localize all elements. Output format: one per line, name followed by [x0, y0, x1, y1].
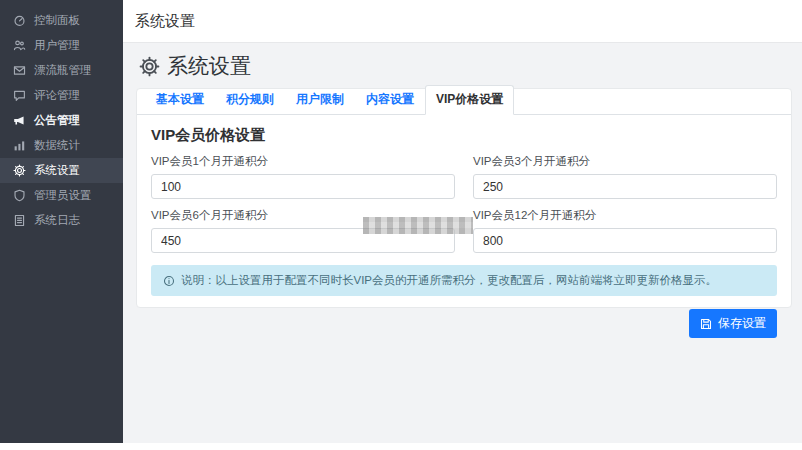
field-label: VIP会员1个月开通积分	[151, 154, 455, 169]
admin-shield-icon	[13, 189, 26, 202]
vip-12-month-input[interactable]	[473, 228, 777, 253]
sidebar-item-statistics[interactable]: 数据统计	[0, 133, 123, 158]
gear-icon	[13, 164, 26, 177]
sidebar-item-users[interactable]: 用户管理	[0, 33, 123, 58]
tab-user-limits[interactable]: 用户限制	[285, 85, 355, 115]
sidebar-item-announcements[interactable]: 公告管理	[0, 108, 123, 133]
field-vip-12-month: VIP会员12个月开通积分	[473, 208, 777, 253]
info-circle-icon	[163, 275, 175, 287]
vip-1-month-input[interactable]	[151, 174, 455, 199]
save-button-label: 保存设置	[718, 315, 766, 332]
sidebar: 控制面板 用户管理 漂流瓶管理 评论管理 公告管理 数据统计 系统设置 管理员	[0, 0, 123, 443]
tab-points-rules[interactable]: 积分规则	[215, 85, 285, 115]
vip-3-month-input[interactable]	[473, 174, 777, 199]
header-title: 系统设置	[135, 12, 195, 31]
gear-icon	[139, 56, 160, 77]
settings-card: 基本设置 积分规则 用户限制 内容设置 VIP价格设置 VIP会员价格设置 VI…	[136, 88, 792, 308]
sidebar-item-label: 系统日志	[34, 213, 80, 228]
sidebar-item-comments[interactable]: 评论管理	[0, 83, 123, 108]
dashboard-icon	[13, 14, 26, 27]
sidebar-item-label: 公告管理	[34, 113, 80, 128]
info-notice: 说明：以上设置用于配置不同时长VIP会员的开通所需积分，更改配置后，网站前端将立…	[151, 265, 777, 296]
sidebar-item-system-logs[interactable]: 系统日志	[0, 208, 123, 233]
section-title: VIP会员价格设置	[151, 126, 777, 145]
sidebar-item-label: 管理员设置	[34, 188, 92, 203]
sidebar-item-label: 控制面板	[34, 13, 80, 28]
sidebar-item-admin-settings[interactable]: 管理员设置	[0, 183, 123, 208]
bar-chart-icon	[13, 139, 26, 152]
tab-content-settings[interactable]: 内容设置	[355, 85, 425, 115]
actions-row: 保存设置	[151, 309, 777, 338]
envelope-icon	[13, 64, 26, 77]
sidebar-item-label: 用户管理	[34, 38, 80, 53]
megaphone-icon	[13, 114, 26, 127]
sidebar-item-label: 数据统计	[34, 138, 80, 153]
sidebar-item-system-settings[interactable]: 系统设置	[0, 158, 123, 183]
sidebar-item-dashboard[interactable]: 控制面板	[0, 8, 123, 33]
app-window: 控制面板 用户管理 漂流瓶管理 评论管理 公告管理 数据统计 系统设置 管理员	[0, 0, 802, 450]
field-vip-1-month: VIP会员1个月开通积分	[151, 154, 455, 199]
settings-tabs: 基本设置 积分规则 用户限制 内容设置 VIP价格设置	[137, 89, 791, 115]
log-icon	[13, 214, 26, 227]
save-floppy-icon	[700, 318, 712, 330]
sidebar-item-label: 系统设置	[34, 163, 80, 178]
save-settings-button[interactable]: 保存设置	[689, 309, 777, 338]
field-vip-3-month: VIP会员3个月开通积分	[473, 154, 777, 199]
sidebar-item-label: 评论管理	[34, 88, 80, 103]
page-title: 系统设置	[139, 52, 251, 80]
tab-basic-settings[interactable]: 基本设置	[145, 85, 215, 115]
notice-text: 说明：以上设置用于配置不同时长VIP会员的开通所需积分，更改配置后，网站前端将立…	[181, 273, 717, 288]
comment-icon	[13, 89, 26, 102]
page-title-text: 系统设置	[167, 52, 251, 80]
field-label: VIP会员3个月开通积分	[473, 154, 777, 169]
sidebar-item-bottles[interactable]: 漂流瓶管理	[0, 58, 123, 83]
sidebar-item-label: 漂流瓶管理	[34, 63, 92, 78]
vip-price-form: VIP会员1个月开通积分 VIP会员3个月开通积分 VIP会员6个月开通积分 V…	[151, 154, 777, 253]
window-bottom-strip	[0, 443, 802, 450]
tab-vip-price-settings[interactable]: VIP价格设置	[425, 85, 514, 115]
mosaic-watermark	[363, 217, 473, 234]
field-label: VIP会员12个月开通积分	[473, 208, 777, 223]
top-header-bar: 系统设置	[123, 0, 802, 43]
users-icon	[13, 39, 26, 52]
